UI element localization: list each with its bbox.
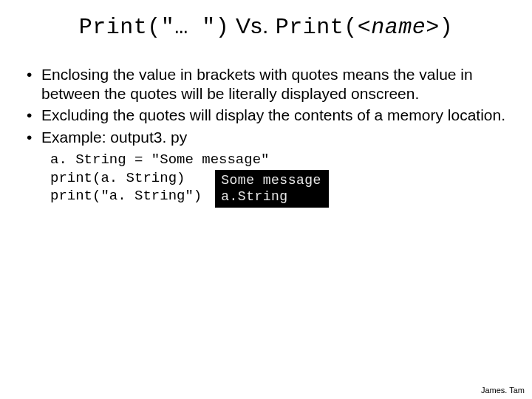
title-code-right-open: Print(< [276,15,372,40]
terminal-output: Some message a.String [215,170,329,208]
terminal-line: a.String [221,189,287,204]
bullet-list: Enclosing the value in brackets with quo… [27,65,505,146]
body-content: Enclosing the value in brackets with quo… [27,65,505,208]
code-line: print(a. String) [50,169,202,187]
footer-author: James. Tam [481,386,525,395]
bullet-item: Excluding the quotes will display the co… [27,106,505,125]
title-vs: Vs. [229,13,276,38]
code-example: a. String = "Some message" print(a. Stri… [50,151,505,207]
code-line: print("a. String") [50,187,202,205]
title-code-left: Print("… ") [79,15,230,40]
title-code-right-close: >) [426,15,453,40]
slide: Print("… ") Vs. Print(<name>) Enclosing … [0,0,532,399]
bullet-item: Example: output3. py [27,128,505,147]
code-lines: print(a. String) print("a. String") [50,169,202,205]
terminal-line: Some message [221,173,321,188]
title-name-italic: name [371,15,426,40]
code-line: a. String = "Some message" [50,151,505,168]
bullet-item: Enclosing the value in brackets with quo… [27,65,505,103]
code-row: print(a. String) print("a. String") Some… [50,169,505,208]
slide-title: Print("… ") Vs. Print(<name>) [0,13,532,40]
